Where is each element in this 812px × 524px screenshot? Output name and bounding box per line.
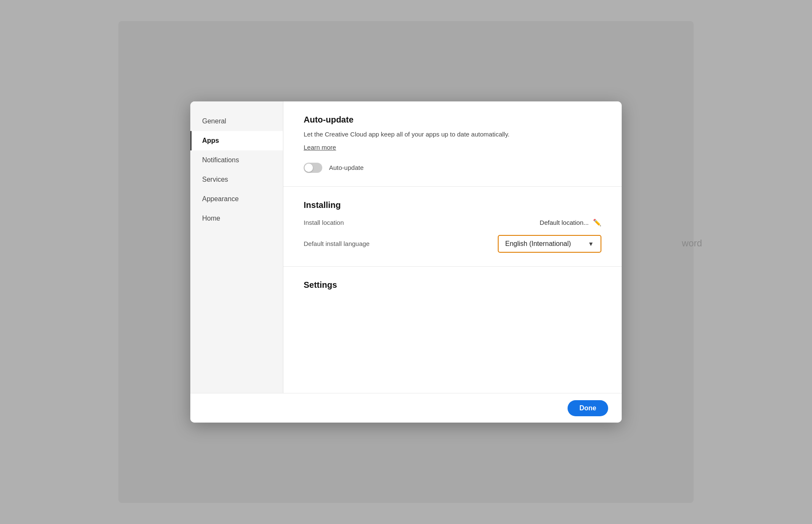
- dialog-body: General Apps Notifications Services Appe…: [190, 101, 622, 393]
- autoupdate-toggle-row: Auto-update: [304, 163, 601, 173]
- sidebar-item-notifications[interactable]: Notifications: [190, 150, 283, 170]
- autoupdate-toggle[interactable]: [304, 163, 322, 173]
- autoupdate-title: Auto-update: [304, 115, 601, 125]
- done-button[interactable]: Done: [568, 400, 608, 416]
- sidebar-item-apps[interactable]: Apps: [190, 131, 283, 150]
- toggle-knob: [304, 164, 313, 172]
- sidebar-label-apps: Apps: [202, 137, 219, 144]
- outer-background: word General Apps Notifications Services: [118, 21, 694, 503]
- autoupdate-toggle-label: Auto-update: [329, 164, 364, 171]
- main-content: Auto-update Let the Creative Cloud app k…: [283, 101, 622, 393]
- edit-icon[interactable]: ✏️: [593, 218, 601, 227]
- learn-more-link[interactable]: Learn more: [304, 144, 336, 151]
- autoupdate-description: Let the Creative Cloud app keep all of y…: [304, 130, 601, 139]
- chevron-down-icon: ▼: [588, 240, 594, 247]
- sidebar-label-notifications: Notifications: [202, 156, 239, 164]
- language-select-dropdown[interactable]: English (International) ▼: [498, 235, 602, 253]
- install-location-value: Default location...: [540, 219, 589, 226]
- install-location-value-container: Default location... ✏️: [540, 218, 601, 227]
- background-word: word: [682, 238, 702, 249]
- sidebar-label-services: Services: [202, 176, 228, 183]
- autoupdate-section: Auto-update Let the Creative Cloud app k…: [283, 101, 622, 187]
- default-language-label: Default install language: [304, 240, 370, 247]
- dialog-footer: Done: [190, 393, 622, 423]
- default-language-row: Default install language English (Intern…: [304, 235, 601, 253]
- preferences-dialog: General Apps Notifications Services Appe…: [190, 101, 622, 423]
- sidebar-item-home[interactable]: Home: [190, 209, 283, 228]
- installing-section: Installing Install location Default loca…: [283, 187, 622, 267]
- language-select-value: English (International): [505, 240, 571, 248]
- sidebar-item-appearance[interactable]: Appearance: [190, 189, 283, 209]
- installing-title: Installing: [304, 200, 601, 210]
- sidebar-label-general: General: [202, 117, 226, 125]
- settings-title: Settings: [304, 280, 601, 290]
- sidebar-label-appearance: Appearance: [202, 195, 239, 202]
- settings-section: Settings: [283, 267, 622, 308]
- sidebar-label-home: Home: [202, 215, 220, 222]
- install-location-label: Install location: [304, 219, 344, 226]
- sidebar-item-general[interactable]: General: [190, 112, 283, 131]
- sidebar-item-services[interactable]: Services: [190, 170, 283, 189]
- sidebar: General Apps Notifications Services Appe…: [190, 101, 283, 393]
- install-location-row: Install location Default location... ✏️: [304, 218, 601, 227]
